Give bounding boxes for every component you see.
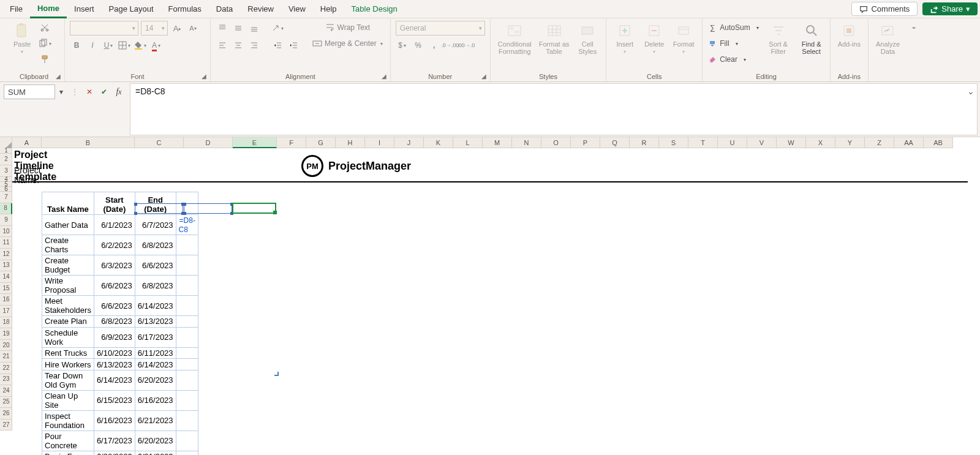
cell-end[interactable]: 6/20/2023 (135, 431, 176, 451)
row-header-11[interactable]: 11 (0, 237, 12, 249)
row-header-19[interactable]: 19 (0, 328, 12, 340)
format-cells-button[interactable]: Format▾ (670, 21, 697, 56)
cell-task[interactable]: Tear Down Old Gym (42, 370, 94, 390)
tab-review[interactable]: Review (240, 1, 281, 17)
tab-help[interactable]: Help (313, 1, 344, 17)
insert-cells-button[interactable]: Insert▾ (611, 21, 638, 56)
table-header[interactable]: Task Name (42, 192, 94, 215)
cell-end[interactable]: 6/17/2023 (135, 327, 176, 347)
delete-cells-button[interactable]: Delete▾ (641, 21, 668, 56)
name-box[interactable] (4, 85, 55, 99)
name-box-dropdown[interactable]: ▾ (55, 85, 67, 99)
borders-button[interactable] (118, 39, 131, 52)
cell-start[interactable]: 6/2/2023 (94, 235, 135, 255)
bold-button[interactable]: B (70, 39, 83, 52)
paste-button[interactable]: Paste ▾ (9, 21, 36, 56)
cell-start[interactable]: 6/16/2023 (94, 410, 135, 431)
find-select-button[interactable]: Find & Select (798, 21, 825, 56)
cell-duration[interactable] (176, 359, 198, 370)
align-center-button[interactable] (232, 39, 245, 52)
row-header-9[interactable]: 9 (0, 214, 12, 226)
col-header-J[interactable]: J (394, 137, 424, 148)
accounting-format-button[interactable]: $ (396, 39, 409, 52)
col-header-O[interactable]: O (541, 137, 571, 148)
cut-button[interactable] (38, 21, 51, 34)
cell-task[interactable]: Hire Workers (42, 359, 94, 370)
collapse-ribbon-button[interactable]: ⌄ (907, 18, 921, 81)
cell-end[interactable]: 6/13/2023 (135, 316, 176, 328)
table-row[interactable]: Create Charts6/2/20236/8/2023 (42, 235, 198, 255)
grow-font-button[interactable]: A▴ (170, 21, 184, 35)
row-header-7[interactable]: 7 (0, 192, 12, 203)
cell-task[interactable]: Clean Up Site (42, 390, 94, 410)
col-header-K[interactable]: K (424, 137, 453, 148)
col-header-Y[interactable]: Y (835, 137, 865, 148)
cell-duration[interactable] (176, 347, 198, 359)
col-header-M[interactable]: M (483, 137, 512, 148)
cell-start[interactable]: 6/10/2023 (94, 347, 135, 359)
cell-start[interactable]: 6/13/2023 (94, 359, 135, 370)
align-middle-button[interactable] (232, 21, 245, 35)
wrap-text-button[interactable]: Wrap Text (310, 21, 385, 34)
col-header-V[interactable]: V (747, 137, 777, 148)
tab-table-design[interactable]: Table Design (344, 1, 405, 17)
comments-button[interactable]: Comments (851, 2, 918, 16)
col-header-U[interactable]: U (718, 137, 747, 148)
tab-formulas[interactable]: Formulas (161, 1, 209, 17)
table-row[interactable]: Inspect Foundation6/16/20236/21/2023 (42, 410, 198, 431)
cell-styles-button[interactable]: Cell Styles (574, 21, 601, 56)
merge-center-button[interactable]: Merge & Center (310, 37, 385, 50)
col-header-Z[interactable]: Z (865, 137, 894, 148)
col-header-E[interactable]: E (233, 137, 277, 148)
percent-format-button[interactable]: % (412, 39, 425, 52)
share-button[interactable]: Share ▾ (922, 2, 978, 15)
table-resize-handle[interactable] (274, 372, 279, 376)
cell-duration[interactable] (176, 255, 198, 276)
addins-button[interactable]: Add-ins (835, 21, 863, 49)
cell-task[interactable]: Create Charts (42, 235, 94, 255)
cell-duration[interactable] (176, 431, 198, 451)
table-row[interactable]: Write Proposal6/6/20236/8/2023 (42, 276, 198, 296)
cell-start[interactable]: 6/8/2023 (94, 316, 135, 328)
cell-task[interactable]: Inspect Foundation (42, 410, 94, 431)
row-header-8[interactable]: 8 (0, 203, 12, 215)
col-header-AB[interactable]: AB (924, 137, 953, 148)
col-header-N[interactable]: N (512, 137, 541, 148)
cell-end[interactable]: 6/16/2023 (135, 390, 176, 410)
cell-end[interactable]: 6/14/2023 (135, 296, 176, 316)
table-row[interactable]: Create Plan6/8/20236/13/2023 (42, 316, 198, 328)
orientation-button[interactable] (271, 21, 284, 35)
col-header-X[interactable]: X (806, 137, 835, 148)
launcher-font[interactable]: ◢ (202, 73, 209, 80)
row-header-13[interactable]: 13 (0, 260, 12, 272)
cell-end[interactable]: 6/20/2023 (135, 370, 176, 390)
cell-task[interactable]: Create Budget (42, 255, 94, 276)
clear-button[interactable]: Clear ▾ (707, 53, 758, 66)
row-header-26[interactable]: 26 (0, 408, 12, 419)
outdent-button[interactable] (271, 39, 284, 52)
comma-format-button[interactable]: , (428, 39, 441, 52)
cell-task[interactable]: Create Plan (42, 316, 94, 328)
cell-end[interactable]: 6/14/2023 (135, 359, 176, 370)
fill-color-button[interactable] (134, 39, 147, 52)
row-header-15[interactable]: 15 (0, 283, 12, 295)
cell-start[interactable]: 6/20/2023 (94, 451, 135, 455)
indent-button[interactable] (287, 39, 300, 52)
align-right-button[interactable] (247, 39, 261, 52)
format-painter-button[interactable] (38, 53, 51, 66)
row-header-22[interactable]: 22 (0, 363, 12, 374)
row-header-10[interactable]: 10 (0, 226, 12, 238)
cell-duration[interactable] (176, 410, 198, 431)
enter-formula-button[interactable]: ✔ (97, 85, 111, 99)
tab-file[interactable]: File (2, 1, 30, 17)
font-size-combo[interactable]: 14▾ (141, 21, 168, 36)
row-header-1[interactable]: 1 (0, 148, 12, 154)
cell-task[interactable]: Meet Stakeholders (42, 296, 94, 316)
col-header-I[interactable]: I (365, 137, 394, 148)
table-header[interactable]: End (Date) (135, 192, 176, 215)
row-header-12[interactable]: 12 (0, 249, 12, 260)
row-header-17[interactable]: 17 (0, 306, 12, 317)
cell-task[interactable]: Pour Concrete (42, 431, 94, 451)
launcher-clipboard[interactable]: ◢ (56, 73, 63, 80)
cell-start[interactable]: 6/9/2023 (94, 327, 135, 347)
